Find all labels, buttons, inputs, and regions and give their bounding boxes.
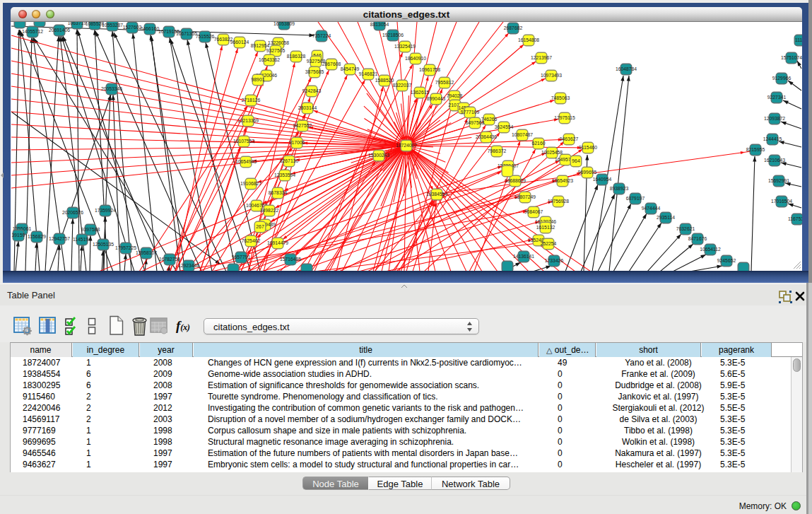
svg-text:917006: 917006 [289, 140, 305, 145]
svg-text:12942757: 12942757 [49, 236, 70, 241]
svg-text:7515526: 7515526 [196, 34, 215, 39]
svg-text:16053809: 16053809 [273, 22, 295, 26]
svg-text:9660124: 9660124 [230, 40, 249, 45]
svg-text:8322037: 8322037 [393, 83, 412, 88]
svg-text:6466160: 6466160 [141, 26, 160, 31]
svg-text:9474444: 9474444 [642, 206, 661, 211]
svg-text:20691406: 20691406 [49, 28, 70, 33]
svg-text:6497568: 6497568 [466, 120, 485, 125]
svg-text:9084067: 9084067 [524, 209, 543, 214]
svg-text:12923446: 12923446 [178, 263, 199, 268]
svg-text:1640954: 1640954 [593, 177, 612, 182]
svg-text:16107553: 16107553 [233, 139, 254, 144]
svg-text:7485063: 7485063 [551, 95, 570, 100]
svg-text:10688609: 10688609 [505, 178, 526, 183]
svg-text:7632621: 7632621 [676, 226, 695, 231]
svg-text:13325419: 13325419 [394, 44, 416, 49]
svg-text:1063719: 1063719 [68, 22, 87, 25]
svg-text:9397588: 9397588 [81, 227, 100, 232]
svg-text:794028: 794028 [447, 93, 463, 98]
svg-text:16543362: 16543362 [259, 57, 280, 62]
svg-text:20364436: 20364436 [476, 134, 497, 139]
svg-text:16782759: 16782759 [159, 257, 180, 262]
svg-text:8912954: 8912954 [251, 43, 270, 48]
svg-text:1527602: 1527602 [123, 25, 142, 30]
svg-text:15751074: 15751074 [781, 55, 802, 60]
svg-text:3875685: 3875685 [305, 69, 324, 74]
svg-text:8678334: 8678334 [269, 190, 288, 195]
svg-text:8990443: 8990443 [427, 96, 446, 101]
svg-text:17975115: 17975115 [554, 115, 575, 120]
svg-text:19756928: 19756928 [548, 199, 569, 204]
svg-text:13958107: 13958107 [136, 250, 157, 255]
svg-text:2718126: 2718126 [242, 98, 261, 103]
svg-text:1167533: 1167533 [788, 216, 802, 221]
svg-text:3624554: 3624554 [495, 124, 514, 129]
svg-text:17016504: 17016504 [771, 199, 792, 204]
svg-text:20206576: 20206576 [62, 210, 83, 215]
svg-text:1588520: 1588520 [375, 78, 394, 83]
svg-text:10654112: 10654112 [700, 247, 721, 252]
svg-text:10025458: 10025458 [541, 150, 563, 155]
svg-text:15716485: 15716485 [280, 257, 301, 262]
svg-text:18807249: 18807249 [514, 194, 536, 199]
svg-text:19654923: 19654923 [552, 178, 573, 183]
svg-text:8471676: 8471676 [688, 236, 707, 241]
svg-text:16961758: 16961758 [419, 67, 440, 72]
svg-text:39159: 39159 [12, 233, 25, 238]
svg-text:16914479: 16914479 [267, 240, 288, 245]
svg-text:9146821: 9146821 [359, 71, 378, 76]
svg-text:9129966: 9129966 [772, 76, 792, 81]
svg-text:62160: 62160 [532, 141, 546, 146]
svg-text:19218506: 19218506 [382, 33, 404, 37]
svg-text:7625402: 7625402 [242, 238, 261, 243]
svg-text:9777109: 9777109 [461, 110, 480, 115]
svg-text:1733426: 1733426 [545, 258, 564, 263]
svg-text:10973493: 10973493 [541, 73, 562, 78]
svg-text:1362615: 1362615 [411, 90, 430, 95]
svg-text:13226058: 13226058 [268, 40, 289, 45]
svg-text:10553287: 10553287 [102, 23, 123, 28]
svg-text:8267130: 8267130 [280, 158, 299, 163]
svg-text:8427552: 8427552 [293, 123, 312, 128]
svg-text:12213967: 12213967 [531, 55, 552, 60]
svg-text:12213369: 12213369 [237, 118, 259, 123]
svg-text:19106827: 19106827 [240, 181, 261, 186]
svg-text:16210643: 16210643 [764, 158, 785, 163]
svg-text:16671355: 16671355 [176, 31, 197, 36]
svg-text:14055712: 14055712 [22, 29, 43, 34]
svg-text:2867608: 2867608 [322, 62, 341, 66]
svg-text:9327505: 9327505 [266, 48, 286, 53]
svg-text:10654945: 10654945 [235, 159, 257, 164]
svg-text:12353594: 12353594 [274, 173, 295, 177]
svg-text:98901: 98901 [252, 77, 265, 82]
svg-text:267: 267 [256, 224, 264, 229]
svg-text:18640910: 18640910 [405, 56, 426, 61]
svg-text:16048784: 16048784 [616, 66, 637, 71]
svg-text:9657791: 9657791 [232, 255, 251, 259]
svg-text:8186328: 8186328 [287, 54, 306, 59]
svg-text:17359924: 17359924 [95, 208, 116, 213]
svg-text:1156829: 1156829 [28, 234, 46, 239]
svg-text:15692991: 15692991 [768, 178, 789, 183]
svg-text:6879197: 6879197 [626, 196, 645, 201]
svg-text:10807487: 10807487 [512, 132, 533, 137]
svg-text:2687682: 2687682 [504, 25, 523, 30]
svg-text:12505135: 12505135 [93, 242, 114, 247]
svg-text:9699695: 9699695 [578, 170, 597, 175]
svg-text:9115460: 9115460 [579, 145, 597, 150]
svg-text:7357224: 7357224 [312, 33, 331, 38]
svg-text:12093872: 12093872 [764, 116, 785, 121]
svg-text:252254: 252254 [541, 241, 557, 246]
svg-text:15300243: 15300243 [368, 153, 389, 158]
svg-text:8938923: 8938923 [610, 186, 629, 191]
svg-text:18724007: 18724007 [396, 143, 417, 148]
svg-text:1615132: 1615132 [536, 225, 555, 230]
svg-text:9463627: 9463627 [560, 136, 579, 141]
svg-text:8215955: 8215955 [746, 147, 765, 152]
svg-text:8813054: 8813054 [370, 22, 389, 27]
svg-text:16154808: 16154808 [518, 37, 539, 42]
svg-text:3498222: 3498222 [260, 208, 279, 213]
svg-text:19384554: 19384554 [426, 192, 447, 197]
svg-text:964: 964 [572, 158, 580, 163]
